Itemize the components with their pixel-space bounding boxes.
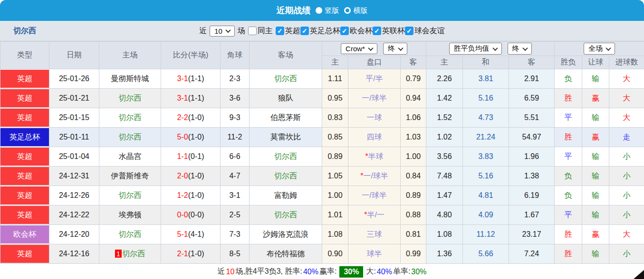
team-name: 富勒姆 [274, 191, 297, 199]
title-bar: 近期战绩 竖版 横版 [0, 0, 644, 21]
competition-filter[interactable]: ✓英足总杯 [300, 26, 340, 36]
competition-filter[interactable]: ✓英超 [276, 26, 300, 36]
competition-filter[interactable]: ✓球会友谊 [405, 26, 445, 36]
home-team-cell: 切尔西 [99, 186, 161, 205]
corner-cell: 8-5 [221, 244, 250, 264]
competition-badge: 英超 [0, 109, 49, 127]
filter-bar: 切尔西 近 10 场 同主 ✓英超✓英足总杯✓欧会杯✓英联杯✓球会友谊 [0, 21, 644, 41]
competition-checkbox[interactable]: ✓ [405, 27, 413, 35]
avg-draw-odds-cell: 21.24 [463, 128, 509, 147]
summary-segment: 10 [226, 268, 235, 276]
average-state-select[interactable]: 终 [508, 43, 532, 55]
scope-select[interactable]: 全场 [584, 43, 615, 55]
avg-draw-odds-cell: 3.81 [463, 69, 509, 89]
team-name: 莫雷坎比 [270, 133, 301, 141]
competition-type-cell: 英足总杯 [0, 128, 49, 147]
away-team-cell: 切尔西 [250, 205, 322, 225]
competition-type-cell: 英超 [0, 205, 49, 225]
chevron-down-icon [225, 28, 231, 33]
same-home-filter[interactable]: 同主 [248, 26, 273, 36]
competition-filter[interactable]: ✓欧会杯 [340, 26, 373, 36]
crow-away-odds-cell: 0.81 [401, 225, 426, 244]
goals-result-cell: 大 [609, 69, 644, 89]
team-name: 切尔西 [119, 94, 142, 102]
score-cell: 2-1(1-0) [161, 244, 221, 264]
match-count-select[interactable]: 10 [210, 26, 235, 37]
competition-checkbox[interactable]: ✓ [300, 27, 309, 35]
bookmaker-select[interactable]: Crow* [341, 43, 377, 54]
corner-cell: 11-2 [221, 128, 250, 147]
summary-segment: 近 [218, 267, 225, 277]
away-team-cell: 富勒姆 [250, 186, 322, 205]
layout-option-vertical[interactable]: 竖版 [316, 6, 339, 15]
crow-away-odds-cell: 0.89 [401, 186, 426, 205]
sub-header-spread: 让球 [582, 56, 609, 69]
competition-badge: 英超 [0, 70, 49, 88]
team-name: 切尔西 [274, 74, 297, 83]
avg-draw-odds-cell: 4.81 [463, 186, 509, 205]
chevron-down-icon [606, 45, 611, 50]
away-team-cell: 莫雷坎比 [250, 128, 322, 147]
date-cell: 24-12-22 [49, 205, 99, 225]
goals-result-cell: 小 [609, 147, 644, 167]
crow-home-odds-cell: 1.08 [322, 225, 348, 244]
competition-label: 英超 [285, 26, 300, 36]
competition-label: 球会友谊 [414, 26, 445, 36]
radio-horizontal-icon[interactable] [344, 7, 351, 14]
average-select[interactable]: 胜平负均值 [449, 43, 502, 55]
bookmaker-state-select[interactable]: 终 [383, 43, 407, 55]
summary-segment: 单率: [393, 267, 410, 277]
away-team-cell: 切尔西 [250, 147, 322, 167]
team-name: 狼队 [278, 94, 293, 102]
half-time-score: (1-0) [188, 172, 204, 180]
team-name: 切尔西 [122, 250, 145, 258]
same-home-checkbox[interactable] [248, 27, 257, 35]
score-cell: 1-2(1-0) [161, 186, 221, 205]
match-row: 英超25-01-26曼彻斯特城3-1(1-1)2-3切尔西1.11平/半0.79… [0, 69, 644, 89]
avg-away-odds-cell: 7.24 [509, 244, 555, 264]
team-name: 切尔西 [274, 152, 297, 160]
competition-checkbox[interactable]: ✓ [340, 27, 349, 35]
handicap-cell: 四球 [348, 128, 401, 147]
radio-vertical-icon[interactable] [316, 7, 322, 14]
full-time-score: 1-1 [177, 152, 188, 160]
crow-away-odds-cell: 1.03 [401, 128, 426, 147]
away-team-cell: 切尔西 [250, 69, 322, 89]
competition-type-cell: 英超 [0, 244, 49, 264]
competition-checkbox[interactable]: ✓ [276, 27, 284, 35]
avg-draw-odds-cell: 5.66 [463, 244, 509, 264]
bookmaker-group-header: Crow* 终 [322, 42, 426, 56]
col-header-away: 客场 [250, 42, 322, 69]
competition-checkbox[interactable]: ✓ [373, 27, 381, 35]
team-name: 伊普斯维奇 [111, 172, 149, 180]
spread-result-cell: 输 [582, 108, 609, 128]
chevron-down-icon [398, 45, 403, 50]
avg-draw-odds-cell: 5.16 [463, 167, 509, 186]
summary-segment: 40% [303, 268, 318, 276]
avg-draw-odds-cell: 4.09 [463, 205, 509, 225]
same-home-label: 同主 [258, 26, 273, 36]
sub-header-crow-away: 客 [401, 56, 426, 69]
home-team-cell: 埃弗顿 [99, 205, 161, 225]
full-time-score: 2-2 [177, 113, 188, 121]
avg-home-odds-cell: 2.26 [426, 69, 463, 89]
games-label: 场 [238, 26, 245, 36]
competition-badge: 英超 [0, 148, 49, 166]
spread-result-cell: 输 [582, 147, 609, 167]
result-cell: 胜 [555, 89, 582, 108]
half-time-score: (0-1) [188, 152, 204, 160]
competition-label: 英足总杯 [310, 26, 340, 36]
competition-filter[interactable]: ✓英联杯 [373, 26, 405, 36]
crow-away-odds-cell: 1.00 [401, 147, 426, 167]
half-time-score: (4-1) [188, 230, 204, 238]
home-team-cell: 切尔西 [99, 128, 161, 147]
crow-away-odds-cell: 0.99 [401, 244, 426, 264]
score-cell: 3-1(1-1) [161, 89, 221, 108]
crow-home-odds-cell: 1.01 [322, 205, 348, 225]
away-team-cell: 狼队 [250, 89, 322, 108]
layout-option-horizontal[interactable]: 横版 [344, 6, 368, 15]
avg-home-odds-cell: 7.48 [426, 167, 463, 186]
full-time-score: 5-1 [177, 230, 188, 238]
full-time-score: 3-1 [177, 94, 188, 102]
home-team-cell: 1切尔西 [99, 244, 161, 264]
